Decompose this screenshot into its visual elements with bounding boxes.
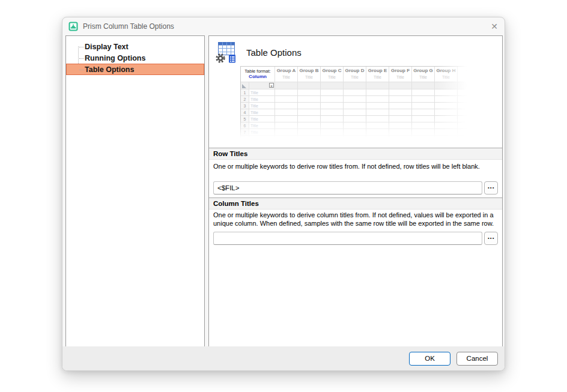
preview-row-number: 6 <box>241 122 249 129</box>
preview-data-cell <box>458 109 481 116</box>
preview-data-cell <box>344 89 366 96</box>
clear-box-icon: x <box>269 83 274 88</box>
preview-data-cell <box>275 103 298 109</box>
preview-data-cell <box>321 136 344 142</box>
options-nav-panel: Display TextRunning OptionsTable Options <box>65 35 205 348</box>
preview-band-cell: x <box>249 82 275 89</box>
preview-data-cell <box>389 122 412 129</box>
preview-group-header: Group HTitle <box>435 67 458 82</box>
prism-app-icon <box>68 22 78 31</box>
column-titles-input[interactable] <box>213 232 482 245</box>
sidebar-item-display-text[interactable]: Display Text <box>66 41 204 52</box>
preview-data-cell <box>298 96 321 103</box>
preview-data-cell <box>435 109 458 116</box>
row-titles-browse-button[interactable]: ... <box>484 181 498 194</box>
preview-data-cell <box>389 103 412 109</box>
cancel-button[interactable]: Cancel <box>456 352 498 366</box>
preview-row-title: Title <box>249 96 275 103</box>
row-titles-description: One or multiple keywords to derive row t… <box>213 163 498 170</box>
tree-connector-stub <box>79 47 84 47</box>
preview-corner-select-cell <box>241 82 249 89</box>
preview-data-cell <box>366 136 389 142</box>
preview-row-title: Title <box>249 122 275 129</box>
preview-data-cell <box>389 96 412 103</box>
preview-data-cell <box>366 122 389 129</box>
page-title: Table Options <box>246 47 302 58</box>
preview-group-header: Group ETitle <box>366 67 389 82</box>
column-titles-description: One or multiple keywords to derive colum… <box>213 211 498 228</box>
preview-row-number: 4 <box>241 109 249 116</box>
preview-band-cell <box>366 82 389 89</box>
preview-data-cell <box>366 129 389 136</box>
preview-band-cell <box>389 82 412 89</box>
preview-band-cell <box>435 82 458 89</box>
preview-data-cell <box>458 129 481 136</box>
preview-data-cell <box>321 96 344 103</box>
preview-group-header: Group CTitle <box>321 67 344 82</box>
preview-data-cell <box>412 116 435 122</box>
preview-row-title: Title <box>249 129 275 136</box>
preview-data-cell <box>412 136 435 142</box>
preview-data-cell <box>344 103 366 109</box>
ellipsis-icon: ... <box>488 182 495 190</box>
sidebar-tree: Display TextRunning OptionsTable Options <box>66 36 204 75</box>
ok-button[interactable]: OK <box>409 352 450 366</box>
preview-band-cell <box>275 82 298 89</box>
preview-data-cell <box>275 129 298 136</box>
column-titles-browse-button[interactable]: ... <box>484 232 498 245</box>
preview-data-cell <box>435 96 458 103</box>
row-titles-input[interactable] <box>213 181 482 194</box>
preview-data-cell <box>366 116 389 122</box>
preview-data-cell <box>435 136 458 142</box>
preview-data-cell <box>412 96 435 103</box>
preview-row-number: 3 <box>241 103 249 109</box>
preview-group-header: Group BTitle <box>298 67 321 82</box>
preview-data-cell <box>458 136 481 142</box>
preview-band-cell <box>298 82 321 89</box>
preview-data-cell <box>321 129 344 136</box>
close-icon[interactable]: ✕ <box>484 17 505 35</box>
prism-column-table-options-dialog: Prism Column Table Options ✕ Display Tex… <box>62 17 505 371</box>
preview-data-cell <box>435 129 458 136</box>
preview-data-cell <box>389 136 412 142</box>
preview-data-cell <box>298 116 321 122</box>
preview-data-cell <box>275 89 298 96</box>
preview-data-cell <box>412 89 435 96</box>
preview-data-cell <box>389 89 412 96</box>
titlebar: Prism Column Table Options ✕ <box>62 17 505 35</box>
preview-data-cell <box>389 129 412 136</box>
row-titles-section-header: Row Titles <box>209 148 502 160</box>
preview-data-cell <box>344 136 366 142</box>
preview-data-cell <box>458 122 481 129</box>
preview-data-cell <box>344 129 366 136</box>
row-titles-input-row: ... <box>213 181 498 194</box>
sidebar-item-running-options[interactable]: Running Options <box>66 52 204 64</box>
preview-data-cell <box>321 122 344 129</box>
sidebar-item-table-options[interactable]: Table Options <box>66 64 204 75</box>
preview-data-cell <box>366 109 389 116</box>
preview-data-cell <box>298 103 321 109</box>
preview-data-cell <box>275 109 298 116</box>
preview-data-cell <box>458 96 481 103</box>
preview-data-cell <box>344 122 366 129</box>
preview-band-cell <box>412 82 435 89</box>
panel-header: Table Options <box>215 41 302 64</box>
preview-data-cell <box>344 109 366 116</box>
preview-data-cell <box>321 89 344 96</box>
preview-group-header: Group GTitle <box>412 67 435 82</box>
preview-data-cell <box>298 136 321 142</box>
preview-data-cell <box>412 103 435 109</box>
table-options-panel: Table Options Table format:ColumnGroup A… <box>208 35 503 348</box>
preview-data-cell <box>435 103 458 109</box>
preview-data-cell <box>275 96 298 103</box>
preview-row-number: 7 <box>241 129 249 136</box>
preview-table-format-cell: Table format:Column <box>241 67 275 82</box>
preview-band-cell <box>458 82 481 89</box>
preview-data-cell <box>458 89 481 96</box>
preview-data-cell <box>435 116 458 122</box>
preview-row-number: 5 <box>241 116 249 122</box>
preview-data-cell <box>321 116 344 122</box>
preview-data-cell <box>366 103 389 109</box>
preview-data-cell <box>389 109 412 116</box>
window-title: Prism Column Table Options <box>83 22 174 31</box>
